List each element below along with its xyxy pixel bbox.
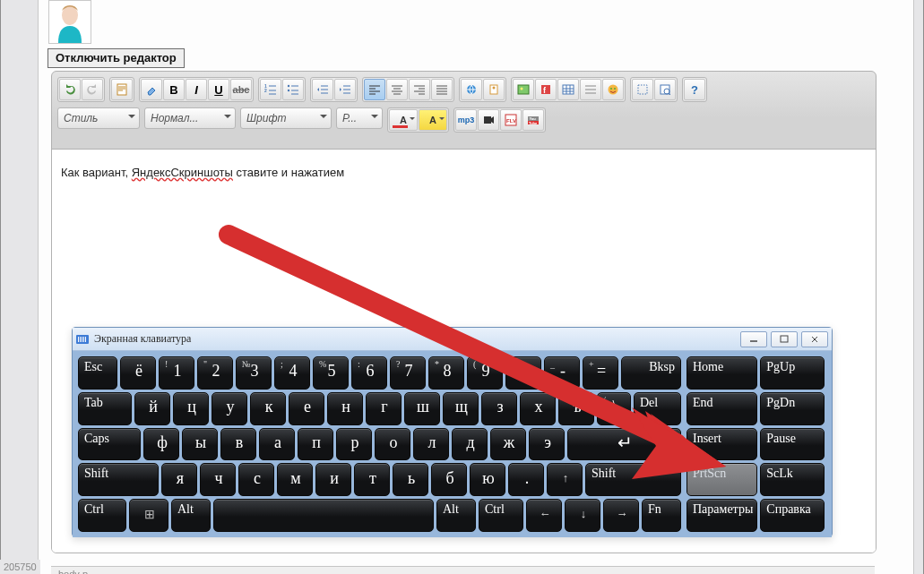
key-p[interactable]: з <box>481 392 517 425</box>
anchor-button[interactable] <box>483 79 505 100</box>
key-9[interactable]: (9 <box>467 356 503 390</box>
key-pd[interactable]: ю <box>470 463 505 496</box>
key-c[interactable]: с <box>238 463 274 496</box>
bg-color-button[interactable]: A <box>419 109 447 131</box>
key-l[interactable]: д <box>452 428 488 461</box>
flv-button[interactable]: FLV <box>500 109 522 131</box>
outdent-button[interactable] <box>312 79 333 100</box>
help-button[interactable]: ? <box>684 79 705 100</box>
ul-button[interactable] <box>282 79 304 100</box>
key-h[interactable]: р <box>336 428 372 461</box>
video-button[interactable] <box>478 109 499 131</box>
minimize-button[interactable] <box>740 331 767 347</box>
key-yo[interactable]: ё <box>120 356 156 390</box>
bold-button[interactable]: B <box>163 79 185 100</box>
key-4[interactable]: ;4 <box>274 356 310 390</box>
templates-button[interactable] <box>111 79 133 100</box>
align-right-button[interactable] <box>409 79 430 100</box>
align-left-button[interactable] <box>364 79 385 100</box>
key-6[interactable]: :6 <box>351 356 387 390</box>
key-caps[interactable]: Caps <box>78 428 141 461</box>
close-button[interactable] <box>801 331 828 347</box>
key-down[interactable]: ↓ <box>565 499 600 532</box>
key-t[interactable]: е <box>289 392 324 425</box>
key-j[interactable]: о <box>375 428 410 461</box>
key-s[interactable]: ы <box>182 428 218 461</box>
key-g[interactable]: п <box>298 428 333 461</box>
key-space[interactable] <box>213 499 434 532</box>
key-e[interactable]: у <box>212 392 247 425</box>
key-v[interactable]: м <box>277 463 313 496</box>
key-alt-right[interactable]: Alt <box>436 499 476 532</box>
font-dropdown[interactable]: Шрифт <box>240 107 332 129</box>
maximize-button[interactable] <box>771 331 798 347</box>
key-sc[interactable]: ж <box>490 428 526 461</box>
key-pgup[interactable]: PgUp <box>760 356 825 390</box>
key-i[interactable]: ш <box>404 392 440 425</box>
key-z[interactable]: я <box>161 463 197 496</box>
key-end[interactable]: End <box>687 392 757 425</box>
indent-button[interactable] <box>334 79 356 100</box>
strike-button[interactable]: abc <box>230 79 252 100</box>
key-alt[interactable]: Alt <box>171 499 211 532</box>
key-cm[interactable]: б <box>431 463 467 496</box>
preview-button[interactable] <box>654 79 676 100</box>
key-pgdn[interactable]: PgDn <box>760 392 825 425</box>
key-u[interactable]: г <box>366 392 402 425</box>
key-prtscn[interactable]: PrtScn <box>687 463 757 496</box>
text-color-button[interactable]: A <box>389 109 418 131</box>
key-a[interactable]: ф <box>143 428 179 461</box>
key-2[interactable]: "2 <box>197 356 233 390</box>
undo-button[interactable] <box>59 79 81 100</box>
key-sclk[interactable]: ScLk <box>760 463 825 496</box>
key-help[interactable]: Справка <box>760 499 825 532</box>
key-up[interactable]: ↑ <box>547 463 583 496</box>
key-k[interactable]: л <box>413 428 449 461</box>
align-justify-button[interactable] <box>431 79 453 100</box>
key-bslash[interactable]: /\ <box>597 392 631 425</box>
key-enter[interactable]: ↵ <box>567 428 681 461</box>
key-fn[interactable]: Fn <box>642 499 681 532</box>
italic-button[interactable]: I <box>186 79 207 100</box>
disable-editor-button[interactable]: Отключить редактор <box>47 48 185 68</box>
key-br1[interactable]: х <box>520 392 556 425</box>
key-0[interactable]: )0 <box>505 356 541 390</box>
key-m[interactable]: ь <box>393 463 428 496</box>
key-shift[interactable]: Shift <box>78 463 159 496</box>
key-ctrl-right[interactable]: Ctrl <box>479 499 523 532</box>
mp3-button[interactable]: mp3 <box>455 109 477 131</box>
youtube-button[interactable]: YouTube <box>522 109 544 131</box>
format-dropdown[interactable]: Нормал... <box>144 107 236 129</box>
key-pause[interactable]: Pause <box>760 428 825 461</box>
key-qt[interactable]: э <box>529 428 565 461</box>
key-q[interactable]: й <box>134 392 170 425</box>
editor-content-area[interactable]: Как вариант, ЯндексСкриншоты ставите и н… <box>52 150 876 553</box>
key-sl[interactable]: . <box>508 463 544 496</box>
ol-button[interactable]: 12 <box>260 79 281 100</box>
key-dash[interactable]: _- <box>544 356 580 390</box>
size-dropdown[interactable]: Р... <box>336 107 383 129</box>
key-eq[interactable]: += <box>583 356 618 390</box>
hr-button[interactable] <box>580 79 601 100</box>
image-button[interactable] <box>513 79 534 100</box>
key-1[interactable]: !1 <box>159 356 194 390</box>
flash-button[interactable]: f <box>535 79 557 100</box>
key-del[interactable]: Del <box>634 392 681 425</box>
smiley-button[interactable] <box>602 79 624 100</box>
key-tab[interactable]: Tab <box>78 392 132 425</box>
key-d[interactable]: в <box>220 428 256 461</box>
key-home[interactable]: Home <box>687 356 757 390</box>
key-5[interactable]: %5 <box>313 356 349 390</box>
link-button[interactable] <box>461 79 482 100</box>
align-center-button[interactable] <box>386 79 408 100</box>
key-7[interactable]: ?7 <box>390 356 426 390</box>
style-dropdown[interactable]: Стиль <box>57 107 140 129</box>
key-right[interactable]: → <box>603 499 639 532</box>
key-b[interactable]: и <box>315 463 351 496</box>
key-br2[interactable]: ъ <box>558 392 594 425</box>
key-r[interactable]: к <box>250 392 286 425</box>
key-f[interactable]: а <box>259 428 295 461</box>
key-shift-right[interactable]: Shift <box>585 463 681 496</box>
key-bksp[interactable]: Bksp <box>621 356 681 390</box>
key-o[interactable]: щ <box>443 392 479 425</box>
